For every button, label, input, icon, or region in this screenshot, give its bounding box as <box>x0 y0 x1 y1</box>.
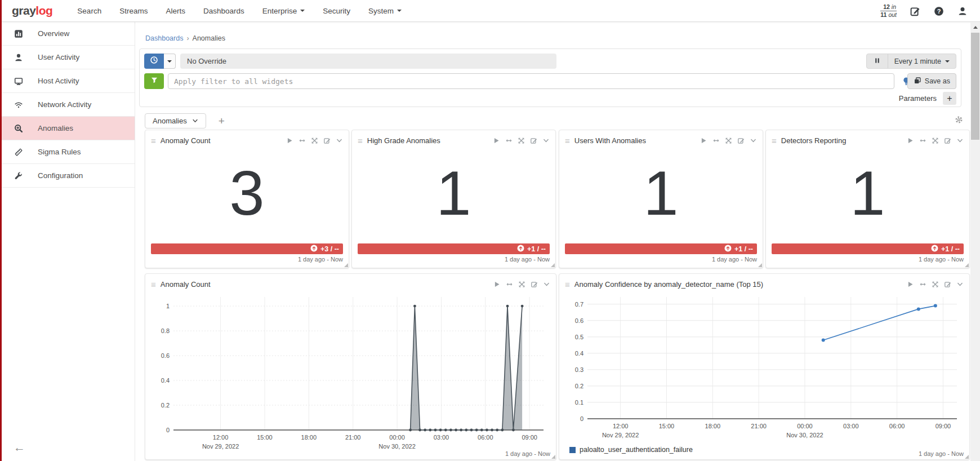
play-icon[interactable] <box>493 281 501 288</box>
scrollbar-thumb[interactable] <box>971 33 979 140</box>
expand-icon[interactable] <box>725 137 732 144</box>
nav-item-search[interactable]: Search <box>68 0 110 21</box>
refresh-controls: Every 1 minute <box>866 54 956 69</box>
sidebar-item-anomalies[interactable]: Anomalies <box>0 117 135 140</box>
nav-item-system[interactable]: System <box>359 0 411 21</box>
edit-icon[interactable] <box>323 137 331 144</box>
sidebar-item-host-activity[interactable]: Host Activity <box>0 69 135 93</box>
arrows-horizontal-icon[interactable] <box>299 137 306 144</box>
widget-actions <box>286 137 343 144</box>
nav-item-enterprise[interactable]: Enterprise <box>253 0 314 21</box>
arrows-horizontal-icon[interactable] <box>506 281 513 288</box>
chevron-down-icon[interactable] <box>956 281 964 288</box>
search-input[interactable] <box>168 73 894 89</box>
expand-icon[interactable] <box>932 137 939 144</box>
scroll-up-icon[interactable] <box>973 26 978 29</box>
anomaly-confidence-chart[interactable]: 00.10.20.30.40.50.60.712:00Nov 29, 20221… <box>565 292 964 444</box>
arrows-horizontal-icon[interactable] <box>505 137 513 144</box>
add-tab-button[interactable]: + <box>219 116 225 126</box>
expand-icon[interactable] <box>932 281 939 288</box>
resize-handle[interactable] <box>551 455 555 459</box>
refresh-interval-button[interactable]: Every 1 minute <box>888 54 956 68</box>
widget-timerange: 1 day ago - Now <box>919 450 964 457</box>
sidebar-item-user-activity[interactable]: User Activity <box>0 46 135 69</box>
resize-handle[interactable] <box>758 263 762 267</box>
svg-text:18:00: 18:00 <box>301 434 317 441</box>
tab-anomalies[interactable]: Anomalies <box>145 113 206 128</box>
nav-item-security[interactable]: Security <box>314 0 359 21</box>
trend-bar: +3 / -- <box>151 243 343 254</box>
expand-icon[interactable] <box>518 281 525 288</box>
play-icon[interactable] <box>907 137 914 144</box>
legend-item[interactable]: paloalto_user_authentication_failure <box>569 446 693 454</box>
resize-handle[interactable] <box>965 455 969 459</box>
timerange-row: Every 1 minute <box>144 54 956 69</box>
collapse-sidebar-icon[interactable]: ← <box>14 441 25 454</box>
monitor-icon <box>14 77 23 86</box>
chevron-down-icon[interactable] <box>956 137 964 144</box>
drag-handle-icon[interactable]: ≡ <box>358 136 363 145</box>
add-parameter-button[interactable]: + <box>943 92 956 105</box>
svg-text:09:00: 09:00 <box>522 434 537 441</box>
trend-value: +1 / -- <box>527 245 546 253</box>
nav-item-alerts[interactable]: Alerts <box>157 0 194 21</box>
drag-handle-icon[interactable]: ≡ <box>565 136 570 145</box>
parameters-label: Parameters <box>899 94 937 103</box>
save-as-button[interactable]: Save as <box>907 73 956 89</box>
play-icon[interactable] <box>493 137 500 144</box>
graylog-logo[interactable]: graylog <box>12 4 52 17</box>
expand-icon[interactable] <box>311 137 318 144</box>
nav-item-dashboards[interactable]: Dashboards <box>194 0 253 21</box>
widget-title: Users With Anomalies <box>574 136 646 145</box>
anomaly-count-chart[interactable]: 00.20.40.60.8112:00Nov 29, 202215:0018:0… <box>151 292 550 455</box>
legend-swatch-icon <box>569 447 576 453</box>
arrows-horizontal-icon[interactable] <box>919 137 926 144</box>
edit-icon[interactable] <box>944 281 951 288</box>
play-icon[interactable] <box>700 137 707 144</box>
chevron-down-icon[interactable] <box>543 281 550 288</box>
resize-handle[interactable] <box>965 263 969 267</box>
edit-icon[interactable] <box>944 137 951 144</box>
expand-icon[interactable] <box>518 137 525 144</box>
vertical-scrollbar[interactable] <box>970 22 980 461</box>
throughput-indicator[interactable]: 12 in 11 out <box>880 3 897 19</box>
timerange-value-display[interactable] <box>180 54 556 69</box>
edit-icon[interactable] <box>910 6 920 16</box>
resize-handle[interactable] <box>551 263 555 267</box>
edit-icon[interactable] <box>531 281 538 288</box>
sidebar-item-configuration[interactable]: Configuration <box>0 164 135 188</box>
arrow-up-circle-icon <box>724 245 732 254</box>
gear-icon[interactable] <box>955 116 963 124</box>
chevron-down-icon[interactable] <box>336 137 343 144</box>
caret-down-icon <box>397 10 402 12</box>
timerange-button[interactable] <box>144 54 164 69</box>
play-icon[interactable] <box>286 137 293 144</box>
sidebar-item-network-activity[interactable]: Network Activity <box>0 93 135 117</box>
svg-text:12:00: 12:00 <box>613 423 629 429</box>
sidebar-item-sigma-rules[interactable]: Sigma Rules <box>0 140 135 164</box>
svg-text:Nov 30, 2022: Nov 30, 2022 <box>378 443 415 450</box>
user-icon[interactable] <box>957 6 968 16</box>
nav-item-streams[interactable]: Streams <box>110 0 157 21</box>
svg-text:03:00: 03:00 <box>843 423 859 429</box>
widget-actions <box>907 281 964 288</box>
edit-icon[interactable] <box>530 137 537 144</box>
drag-handle-icon[interactable]: ≡ <box>151 136 156 145</box>
breadcrumb-dashboards-link[interactable]: Dashboards <box>145 34 183 42</box>
drag-handle-icon[interactable]: ≡ <box>772 136 777 145</box>
chevron-down-icon[interactable] <box>750 137 757 144</box>
timerange-dropdown-button[interactable] <box>164 54 176 69</box>
filter-button[interactable] <box>144 73 164 89</box>
help-icon[interactable]: ? <box>934 6 944 16</box>
drag-handle-icon[interactable]: ≡ <box>565 280 570 289</box>
pause-button[interactable] <box>867 54 888 68</box>
drag-handle-icon[interactable]: ≡ <box>151 280 156 289</box>
play-icon[interactable] <box>907 281 914 288</box>
chevron-down-icon[interactable] <box>542 137 550 144</box>
edit-icon[interactable] <box>737 137 745 144</box>
arrows-horizontal-icon[interactable] <box>712 137 720 144</box>
sidebar-item-overview[interactable]: Overview <box>0 22 135 46</box>
resize-handle[interactable] <box>344 263 348 267</box>
arrow-up-circle-icon <box>517 245 524 254</box>
arrows-horizontal-icon[interactable] <box>919 281 926 288</box>
